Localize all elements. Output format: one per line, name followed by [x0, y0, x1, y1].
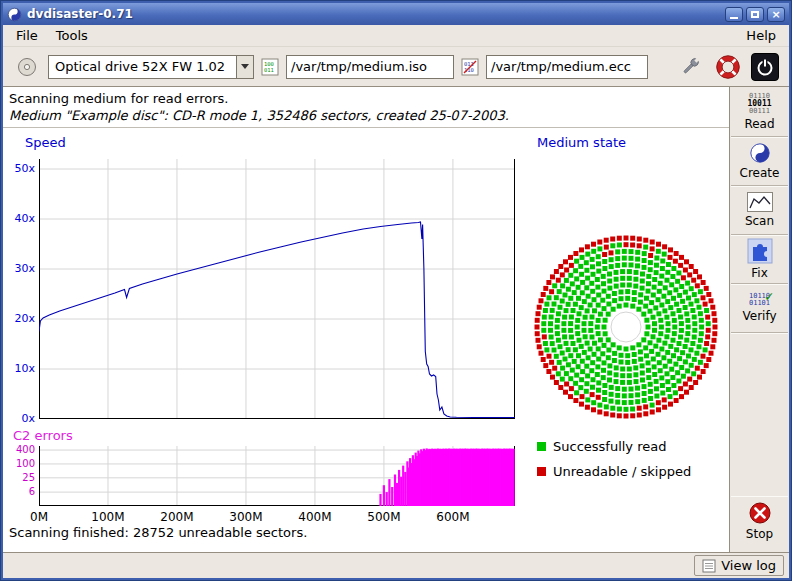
maximize-icon [751, 11, 759, 18]
power-icon [754, 56, 776, 78]
x-axis-tick: 300M [224, 510, 268, 524]
disc-icon [16, 56, 38, 78]
speed-y-tick: 30x [3, 262, 35, 275]
maximize-button[interactable] [746, 7, 764, 22]
yin-yang-icon [749, 142, 771, 164]
legend-swatch-green [537, 442, 546, 451]
menu-tools[interactable]: Tools [47, 26, 97, 45]
x-axis-tick: 0M [17, 510, 61, 524]
x-axis-tick: 400M [293, 510, 337, 524]
toolbar: Optical drive 52X FW 1.02 100 011 011 11… [3, 47, 789, 87]
speed-y-tick: 20x [3, 312, 35, 325]
speed-y-tick: 50x [3, 162, 35, 175]
main-content: Scanning medium for read errors. Medium … [3, 87, 729, 552]
log-list-icon [702, 559, 716, 573]
status-line-2: Medium "Example disc": CD-R mode 1, 3524… [9, 108, 509, 123]
divider [3, 127, 729, 128]
view-log-button[interactable]: View log [694, 555, 784, 576]
fix-button[interactable]: Fix [731, 235, 788, 284]
action-sidebar: 01110 10011 00111 Read Create [729, 87, 789, 552]
window-frame: File Tools Help Optical drive 52X FW 1.0… [3, 25, 789, 578]
binary-digits-icon: 01110 10011 00111 [747, 93, 771, 115]
svg-text:011: 011 [264, 67, 274, 73]
svg-text:011: 011 [464, 60, 474, 66]
titlebar: dvdisaster-0.71 × [3, 3, 789, 25]
menu-file[interactable]: File [7, 26, 47, 45]
statusbar: View log [3, 552, 789, 578]
chevron-down-icon [236, 56, 253, 78]
drive-button[interactable] [13, 53, 41, 81]
iso-file-icon: 100 011 [261, 58, 279, 76]
preferences-button[interactable] [675, 52, 705, 82]
window-title: dvdisaster-0.71 [27, 7, 720, 21]
stop-button[interactable]: Stop [731, 496, 788, 545]
status-line-1: Scanning medium for read errors. [9, 91, 228, 106]
x-axis-tick: 600M [431, 510, 475, 524]
verify-button[interactable]: 10110 01101 ✓ Verify [731, 284, 788, 333]
speed-y-tick: 10x [3, 362, 35, 375]
ecc-path-input[interactable] [486, 55, 648, 79]
scan-button[interactable]: Scan [731, 186, 788, 235]
minimize-button[interactable] [725, 7, 743, 22]
lifebuoy-icon [715, 54, 741, 80]
legend-item-read: Successfully read [537, 439, 666, 454]
legend-swatch-red [537, 467, 546, 476]
speed-chart [39, 159, 515, 419]
svg-text:100: 100 [264, 60, 274, 66]
wrench-icon [678, 55, 702, 79]
drive-select-value: Optical drive 52X FW 1.02 [49, 56, 236, 78]
c2-y-tick: 400 [3, 444, 35, 455]
read-button[interactable]: 01110 10011 00111 Read [731, 88, 788, 137]
window-controls: × [725, 7, 785, 22]
x-axis-tick: 200M [155, 510, 199, 524]
c2-errors-title: C2 errors [13, 428, 73, 443]
curve-graph-icon [747, 192, 773, 212]
c2-y-tick: 6 [3, 486, 35, 497]
create-button[interactable]: Create [731, 137, 788, 186]
view-log-label: View log [721, 558, 776, 573]
main-row: Scanning medium for read errors. Medium … [3, 87, 789, 552]
legend-label: Successfully read [553, 439, 666, 454]
medium-state-title: Medium state [537, 135, 626, 150]
speed-y-tick: 0x [3, 412, 35, 425]
ecc-file-icon: 011 110 [461, 58, 479, 76]
c2-y-tick: 100 [3, 458, 35, 469]
digits-check-icon: 10110 01101 ✓ [749, 293, 770, 307]
medium-state-disc [526, 227, 726, 427]
iso-path-input[interactable] [286, 55, 454, 79]
scan-result-text: Scanning finished: 28752 unreadable sect… [9, 525, 307, 540]
speed-y-tick: 40x [3, 212, 35, 225]
x-axis-tick: 100M [86, 510, 130, 524]
help-button[interactable] [712, 51, 744, 83]
app-icon [7, 7, 22, 22]
close-button[interactable]: × [767, 7, 785, 22]
minimize-icon [730, 17, 738, 19]
legend-label: Unreadable / skipped [553, 464, 691, 479]
c2-errors-chart [39, 446, 515, 506]
app-window: dvdisaster-0.71 × File Tools Help Optica… [0, 0, 792, 581]
menu-help[interactable]: Help [737, 26, 785, 45]
legend-item-unreadable: Unreadable / skipped [537, 464, 691, 479]
quit-button[interactable] [751, 53, 779, 81]
stop-icon [748, 501, 772, 525]
speed-chart-title: Speed [25, 135, 66, 150]
menubar: File Tools Help [3, 25, 789, 47]
puzzle-icon [747, 238, 773, 264]
c2-y-tick: 25 [3, 472, 35, 483]
x-axis-tick: 500M [362, 510, 406, 524]
drive-select[interactable]: Optical drive 52X FW 1.02 [48, 55, 254, 79]
